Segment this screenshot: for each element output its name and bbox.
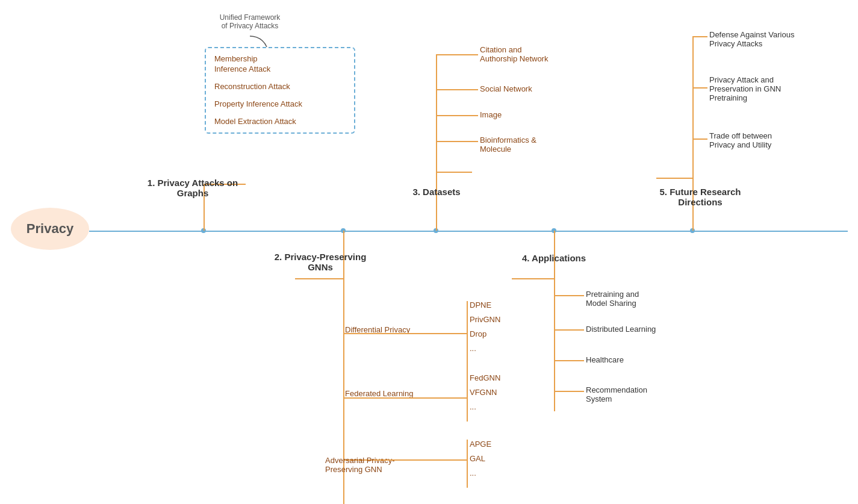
datasets-trunk: [436, 54, 437, 172]
branch-horiz-section5: [656, 178, 692, 179]
app-item-1: Pretraining andModel Sharing: [586, 290, 639, 308]
ds-item-3: Image: [480, 110, 502, 119]
dp-item-2: PrivGNN: [470, 315, 500, 324]
fl-item-3: ...: [470, 402, 476, 411]
future-h3: [692, 138, 707, 140]
branch-horiz-section2: [295, 278, 343, 279]
app-h4: [554, 391, 584, 392]
section5-label: 5. Future ResearchDirections: [634, 187, 766, 207]
adv-item-1: APGE: [470, 440, 491, 449]
dp-item-4: ...: [470, 344, 476, 353]
branch-up-section3: [436, 172, 437, 231]
ds-h4: [436, 141, 478, 142]
app-h1: [554, 295, 584, 296]
fl-subitems-h: [373, 397, 467, 399]
canvas: Privacy 1. Privacy Attacks onGraphs Unif…: [0, 0, 858, 504]
adv-item-2: GAL: [470, 454, 485, 463]
section3-label: 3. Datasets: [397, 187, 476, 197]
attack-3: Property Inference Attack: [214, 99, 346, 110]
ds-h1: [436, 54, 478, 55]
app-item-4: RecommendationSystem: [586, 385, 647, 403]
attack-1: MembershipInference Attack: [214, 54, 346, 75]
branch-horiz-section3: [436, 172, 472, 173]
section1-label: 1. Privacy Attacks onGraphs: [132, 178, 253, 198]
ds-h2: [436, 89, 478, 90]
adv-item-3: ...: [470, 468, 476, 478]
section2-label: 2. Privacy-PreservingGNNs: [260, 252, 381, 272]
attacks-dashed-box: MembershipInference Attack Reconstructio…: [205, 47, 355, 134]
fl-label: Federated Learning: [345, 389, 413, 398]
adv-label: Adversarial Privacy-Preserving GNN: [325, 456, 395, 474]
ds-item-2: Social Network: [480, 84, 532, 93]
app-item-2: Distributed Learning: [586, 325, 656, 334]
section4-label: 4. Applications: [494, 253, 614, 263]
future-h2: [692, 87, 707, 89]
fl-subitems-v: [467, 373, 468, 422]
dp-item-3: Drop: [470, 329, 487, 338]
attack-4: Model Extraction Attack: [214, 117, 346, 127]
future-trunk: [692, 36, 694, 178]
privacy-oval: Privacy: [11, 208, 89, 250]
app-h3: [554, 360, 584, 361]
future-item-1: Defense Against VariousPrivacy Attacks: [709, 30, 794, 48]
ds-item-1: Citation andAuthorship Network: [480, 45, 548, 63]
dp-subitems-v: [467, 301, 468, 373]
future-item-2: Privacy Attack andPreservation in GNNPre…: [709, 75, 781, 102]
adv-subitems-h: [373, 459, 467, 461]
dp-item-1: DPNE: [470, 300, 491, 310]
ds-item-4: Bioinformatics &Molecule: [480, 135, 536, 154]
fl-item-1: FedGNN: [470, 373, 500, 382]
app-h2: [554, 329, 584, 331]
adv-subitems-v: [467, 440, 468, 488]
future-h1: [692, 36, 707, 37]
dp-subitems-h: [373, 333, 467, 334]
framework-label: Unified Frameworkof Privacy Attacks: [205, 13, 295, 30]
fl-item-2: VFGNN: [470, 388, 497, 397]
privacy-label: Privacy: [26, 221, 73, 237]
branch-horiz-section4: [512, 278, 554, 279]
ds-h3: [436, 115, 478, 116]
app-item-3: Healthcare: [586, 355, 624, 364]
attack-2: Reconstruction Attack: [214, 82, 346, 92]
future-item-3: Trade off betweenPrivacy and Utility: [709, 131, 772, 149]
